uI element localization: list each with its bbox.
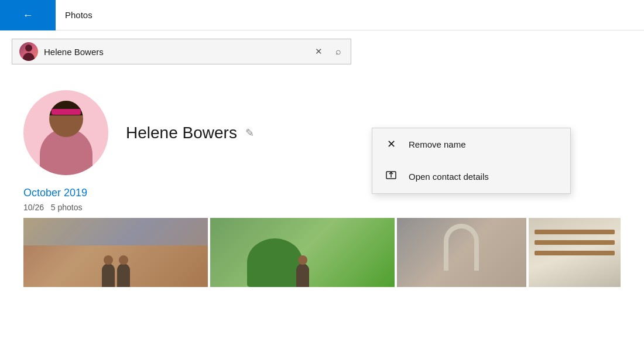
edit-name-icon[interactable]: ✎ (245, 127, 254, 139)
photo-thumb-2[interactable] (210, 218, 395, 287)
photo-thumb-4[interactable] (529, 218, 621, 287)
photo-detail-3 (444, 224, 479, 271)
avatar-glasses (52, 109, 81, 115)
open-contact-icon (384, 169, 398, 184)
photo-thumb-3[interactable] (397, 218, 526, 287)
search-clear-button[interactable]: ✕ (310, 44, 327, 59)
search-bar: Helene Bowers ✕ ⌕ (12, 39, 351, 64)
mini-person-3 (296, 264, 309, 287)
mini-person-2 (117, 264, 130, 287)
profile-info: Helene Bowers ✎ (126, 124, 254, 142)
avatar-head (49, 101, 83, 137)
photo-detail-2 (247, 238, 303, 287)
people-in-photo-1 (102, 264, 130, 287)
back-button[interactable]: ← (0, 0, 56, 30)
profile-avatar (23, 90, 108, 175)
remove-name-icon: ✕ (384, 138, 398, 151)
photo-strip (23, 218, 621, 287)
date-count: 10/26 5 photos (23, 203, 621, 212)
page-title: Photos (56, 10, 93, 20)
search-area: Helene Bowers ✕ ⌕ (0, 30, 644, 73)
remove-name-label: Remove name (409, 139, 466, 149)
remove-name-menuitem[interactable]: ✕ Remove name (372, 128, 570, 160)
open-contact-menuitem[interactable]: Open contact details (372, 160, 570, 193)
search-avatar (19, 42, 38, 61)
photo-detail-4 (535, 230, 615, 234)
back-arrow-icon: ← (23, 10, 33, 21)
search-icon[interactable]: ⌕ (333, 44, 344, 59)
search-input[interactable]: Helene Bowers (44, 47, 304, 57)
mini-person-1 (102, 264, 115, 287)
date-info: 10/26 (23, 203, 44, 212)
search-avatar-image (19, 42, 38, 61)
context-menu: ✕ Remove name Open contact details (372, 128, 571, 194)
open-contact-label: Open contact details (409, 172, 489, 182)
photo-count: 5 photos (51, 203, 83, 212)
photo-thumb-1[interactable] (23, 218, 208, 287)
photos-section: October 2019 10/26 5 photos (0, 187, 644, 287)
profile-name: Helene Bowers (126, 124, 237, 142)
title-bar: ← Photos (0, 0, 644, 30)
people-in-photo-2 (296, 264, 309, 287)
